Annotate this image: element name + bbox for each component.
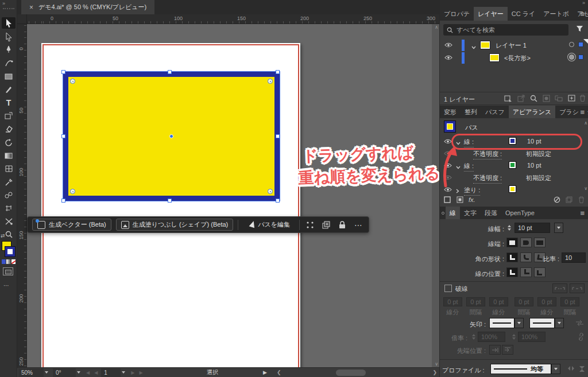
- scale-end-input[interactable]: 100%: [518, 332, 546, 342]
- tab-opentype[interactable]: OpenType: [501, 207, 539, 219]
- target-selected-icon[interactable]: [569, 55, 574, 60]
- gap-value-input[interactable]: 0 pt: [466, 297, 485, 306]
- generate-vector-button[interactable]: 生成ベクター (Beta): [32, 219, 111, 231]
- artboard-dropdown-icon[interactable]: [122, 371, 125, 374]
- swap-fill-stroke-icon[interactable]: ⇄: [1, 233, 5, 239]
- horizontal-ruler[interactable]: 0 50 100 150 200 250 300: [27, 14, 439, 24]
- tab-cc-libraries[interactable]: CC ライ: [508, 7, 539, 21]
- direct-selection-tool[interactable]: [2, 31, 16, 42]
- layers-search[interactable]: [443, 24, 568, 36]
- add-effect-fx-icon[interactable]: fx.: [469, 196, 475, 203]
- scale-start-input[interactable]: 100%: [478, 332, 505, 342]
- layer-row-2[interactable]: <長方形>: [440, 52, 588, 64]
- toolbar-collapse-icon[interactable]: »: [2, 1, 6, 6]
- new-layer-icon[interactable]: [568, 95, 575, 103]
- stroke-color-swatch[interactable]: [509, 161, 516, 169]
- round-cap-button[interactable]: [520, 238, 532, 247]
- delete-item-icon[interactable]: [578, 196, 585, 204]
- horizontal-scrollbar-thumb[interactable]: [336, 370, 366, 376]
- panel-menu-icon[interactable]: ≡: [580, 10, 585, 18]
- opacity-value[interactable]: 初期設定: [526, 150, 551, 158]
- visibility-eye-icon[interactable]: [444, 55, 452, 61]
- vertical-ruler[interactable]: 0 50 100 150 200 250: [17, 24, 27, 377]
- duplicate-item-icon[interactable]: [566, 196, 572, 204]
- first-artboard-icon[interactable]: ◀: [86, 370, 90, 375]
- more-options-icon[interactable]: ⋯: [353, 219, 364, 231]
- handle-bottom-left[interactable]: [61, 199, 65, 203]
- scroll-down-icon[interactable]: ∨: [435, 362, 438, 367]
- pasteboard[interactable]: [27, 24, 439, 367]
- butt-cap-button[interactable]: [506, 238, 518, 247]
- dash-value-input[interactable]: 0 pt: [489, 297, 508, 306]
- free-transform-tool[interactable]: [2, 110, 16, 122]
- layer-name[interactable]: レイヤー 1: [496, 41, 527, 50]
- rearrange-icon[interactable]: [304, 219, 316, 231]
- type-tool[interactable]: T: [2, 97, 16, 108]
- object-name[interactable]: <長方形>: [504, 54, 531, 63]
- artboard-number-select[interactable]: 1: [101, 368, 121, 377]
- stroke-weight-input[interactable]: 10 pt: [514, 223, 550, 233]
- locate-object-icon[interactable]: [504, 95, 512, 103]
- search-input[interactable]: [457, 26, 548, 33]
- rotation-dropdown-icon[interactable]: [77, 371, 80, 374]
- selected-rectangle[interactable]: [63, 72, 280, 201]
- lock-icon[interactable]: [336, 219, 348, 231]
- scroll-up-icon[interactable]: ∧: [584, 121, 587, 126]
- vertical-scrollbar[interactable]: ∧ ∨: [432, 24, 439, 367]
- tab-artboards[interactable]: アートボ: [539, 7, 573, 21]
- status-play-icon[interactable]: ▶: [263, 370, 267, 375]
- tab-brushes[interactable]: ブラシ: [555, 106, 583, 118]
- layer-row-1[interactable]: レイヤー 1: [440, 39, 588, 52]
- profile-dropdown-icon[interactable]: [551, 364, 560, 374]
- miter-limit-input[interactable]: 10: [562, 252, 586, 263]
- selection-tool[interactable]: [2, 17, 16, 29]
- tab-stroke[interactable]: 線: [446, 207, 460, 219]
- dash-value-input[interactable]: 0 pt: [443, 297, 462, 306]
- corner-widget[interactable]: [268, 189, 273, 194]
- appearance-row-opacity[interactable]: 不透明度 : 初期設定: [440, 172, 588, 184]
- stroke-row-label[interactable]: 線 :: [464, 162, 474, 172]
- handle-top-left[interactable]: [61, 70, 65, 74]
- object-thumbnail[interactable]: [489, 53, 500, 62]
- handle-middle-right[interactable]: [276, 134, 280, 138]
- visibility-eye-icon[interactable]: [444, 42, 452, 49]
- add-fill-icon[interactable]: [457, 196, 463, 204]
- scroll-up-icon[interactable]: ∧: [435, 25, 438, 30]
- pen-tool[interactable]: [2, 44, 16, 56]
- arrowhead-end-select[interactable]: [529, 318, 555, 328]
- artboard-tool[interactable]: [2, 203, 16, 214]
- flip-across-icon[interactable]: [579, 366, 585, 374]
- arrowhead-start-dropdown-icon[interactable]: [514, 318, 524, 328]
- make-mask-icon[interactable]: [543, 95, 550, 103]
- curvature-tool[interactable]: [2, 57, 16, 69]
- weight-stepper[interactable]: [506, 223, 512, 233]
- close-tab-icon[interactable]: ×: [29, 3, 33, 11]
- tip-align-button[interactable]: [502, 345, 513, 355]
- weight-dropdown-icon[interactable]: [554, 223, 563, 233]
- center-point[interactable]: [169, 134, 173, 138]
- corner-widget[interactable]: [70, 189, 75, 194]
- add-stroke-icon[interactable]: [444, 196, 451, 204]
- search-layers-icon[interactable]: [530, 95, 537, 103]
- round-join-button[interactable]: [520, 252, 532, 262]
- rectangle-tool[interactable]: [2, 71, 16, 82]
- last-artboard-icon[interactable]: ▶: [139, 370, 142, 375]
- selection-color-square[interactable]: [578, 55, 583, 60]
- miter-join-button[interactable]: [506, 252, 518, 262]
- edit-path-button[interactable]: パスを編集: [243, 219, 295, 231]
- layer-thumbnail[interactable]: [480, 41, 490, 49]
- tip-extend-button[interactable]: [489, 345, 501, 355]
- paintbrush-tool[interactable]: [2, 84, 16, 95]
- arrowhead-end-dropdown-icon[interactable]: [555, 318, 564, 328]
- panel-menu-icon[interactable]: ≡: [580, 209, 585, 217]
- draw-mode-button[interactable]: [3, 267, 13, 275]
- scale-stepper[interactable]: [471, 332, 476, 342]
- visibility-eye-icon[interactable]: [444, 186, 452, 193]
- zoom-level-select[interactable]: 50%: [18, 368, 44, 377]
- tab-character[interactable]: 文字: [460, 207, 481, 219]
- tab-properties[interactable]: プロパテ: [440, 7, 474, 21]
- align-inside-button[interactable]: [520, 267, 532, 277]
- appearance-row-fill[interactable]: 塗り : ∨: [440, 184, 588, 196]
- toolbar-more-icon[interactable]: ⋯: [3, 282, 10, 289]
- handle-middle-left[interactable]: [61, 134, 65, 138]
